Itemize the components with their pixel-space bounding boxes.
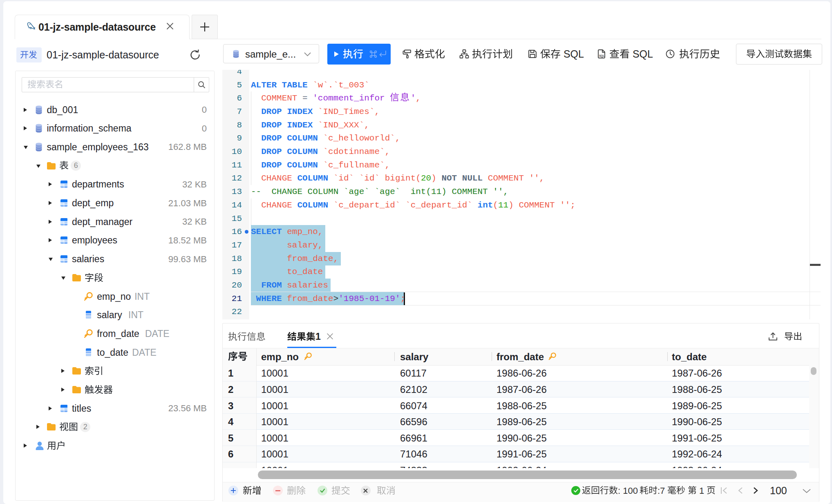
svg-text:SQL: SQL [599, 54, 604, 58]
